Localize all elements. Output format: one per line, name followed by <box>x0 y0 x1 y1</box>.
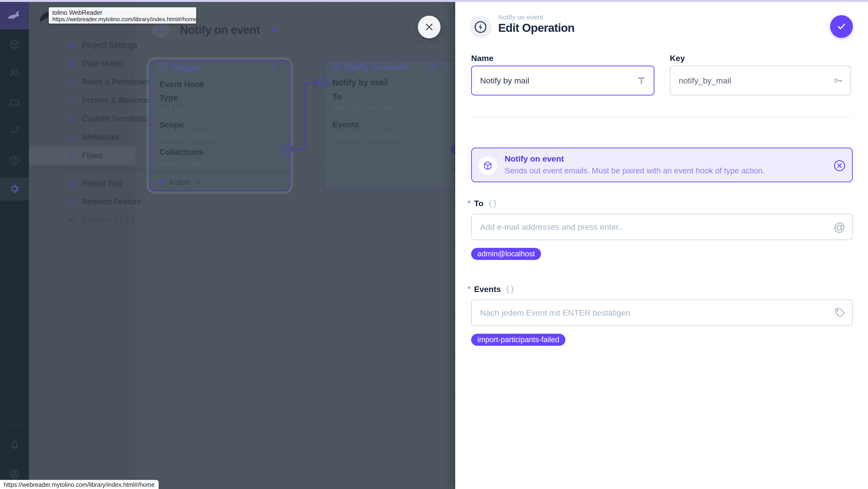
sidebar-item-label: Presets & Bookmar... <box>82 96 157 105</box>
sidebar-item-flows[interactable]: Flows <box>29 146 135 165</box>
trigger-status-toggle[interactable]: Active <box>158 176 202 188</box>
panel-divider <box>150 172 289 172</box>
trigger-panel[interactable]: Trigger Event Hook Type action Scope ite… <box>149 60 290 191</box>
sidebar-item-label: Directus 10.6.1 <box>82 215 135 224</box>
flow-active-dot <box>271 27 276 32</box>
field-label: Type <box>159 91 178 103</box>
close-icon <box>424 22 435 33</box>
bolt-icon <box>67 151 77 160</box>
browser-status-bar: https://webreader.mytolino.com/library/i… <box>0 480 159 489</box>
rabbit-icon <box>67 215 77 225</box>
field-value: action <box>159 103 187 115</box>
banner-cube-icon <box>478 156 497 175</box>
sidebar-item-custom-translations[interactable]: Custom Translations <box>29 110 135 128</box>
field-value: event_logs <box>159 157 206 170</box>
key-input[interactable] <box>671 66 850 95</box>
to-chip[interactable]: admin@localhost <box>471 248 541 260</box>
interpolation-icon[interactable]: {} <box>505 284 515 294</box>
anchor-icon <box>67 132 77 142</box>
required-dot <box>468 201 471 203</box>
events-field-wrapper <box>471 300 853 326</box>
sidebar-item-presets-bookmarks[interactable]: Presets & Bookmar... <box>29 91 135 110</box>
settings-nav-panel: Project Settings Data Model Roles & Perm… <box>29 0 135 489</box>
field-value: items.create <box>159 130 215 142</box>
field-label: Events <box>332 118 359 130</box>
bolt-circle-icon <box>157 62 168 73</box>
sidebar-item-data-model[interactable]: Data Model <box>29 54 135 72</box>
operation-menu-dots-icon[interactable] <box>441 61 452 72</box>
notifications-bell-icon[interactable] <box>9 439 20 451</box>
sidebar-item-webhooks[interactable]: Webhooks <box>29 128 135 146</box>
shield-person-icon <box>67 77 77 87</box>
banner-description: Sends out event emails. Must be paired w… <box>505 166 765 175</box>
drawer-context-label: Notify on event <box>498 13 543 21</box>
events-label-row: Events {} <box>468 284 515 294</box>
sidebar-item-label: Flows <box>82 151 103 160</box>
arrow-left-icon <box>156 24 166 35</box>
help-module-icon[interactable] <box>9 155 20 166</box>
module-bar <box>0 0 29 489</box>
sidebar-item-project-settings[interactable]: Project Settings <box>29 36 135 54</box>
field-label: Collections <box>159 146 204 158</box>
edit-operation-drawer: Notify on event Edit Operation Name Key … <box>455 0 868 489</box>
sidebar-item-version: Directus 10.6.1 <box>29 211 135 229</box>
operation-panel[interactable]: Notify on event Notify by mail To admin@… <box>323 60 470 190</box>
to-label-row: To {} <box>468 199 497 208</box>
name-input[interactable] <box>472 66 654 95</box>
content-module-icon[interactable] <box>9 39 20 50</box>
sidebar-item-label: Data Model <box>82 59 123 68</box>
title-T-icon <box>636 75 647 86</box>
bug-icon <box>67 178 77 188</box>
operation-type-banner: Notify on event Sends out event emails. … <box>471 148 853 182</box>
drawer-close-button[interactable] <box>418 16 440 38</box>
insights-module-icon[interactable] <box>9 126 20 137</box>
sidebar-item-label: Roles & Permissions <box>82 78 155 87</box>
field-value: admin@localhost <box>332 101 402 114</box>
trigger-panel-header: Trigger <box>157 61 201 73</box>
field-value: admin@localhost <box>332 130 402 142</box>
chevron-down-icon <box>193 178 202 187</box>
trigger-type-label: Event Hook <box>159 78 205 90</box>
bookmark-icon <box>67 95 77 105</box>
sidebar-item-roles-permissions[interactable]: Roles & Permissions <box>29 73 135 91</box>
tooltip-url: https://webreader.mytolino.com/library/i… <box>52 16 193 23</box>
files-module-icon[interactable] <box>9 96 20 108</box>
sidebar-item-label: Custom Translations <box>82 114 155 123</box>
save-button[interactable] <box>830 15 853 38</box>
events-input[interactable] <box>472 300 852 325</box>
events-chip[interactable]: import-participants-failed <box>471 334 565 346</box>
settings-module-icon[interactable] <box>9 183 20 194</box>
account-avatar-icon[interactable] <box>9 468 20 480</box>
key-icon <box>833 75 844 86</box>
interpolation-icon[interactable]: {} <box>488 199 497 208</box>
users-module-icon[interactable] <box>9 67 20 78</box>
edit-trigger-pencil-icon[interactable] <box>269 62 279 72</box>
field-label: To <box>332 90 342 102</box>
directus-logo-button[interactable] <box>0 0 29 29</box>
sidebar-item-label: Webhooks <box>82 132 119 142</box>
to-input[interactable] <box>472 214 852 239</box>
sidebar-item-request-feature[interactable]: Request Feature <box>29 192 135 211</box>
cube-icon <box>331 62 341 72</box>
translate-icon <box>67 114 77 123</box>
key-field-wrapper <box>670 66 851 95</box>
module-bar-divider <box>4 424 25 425</box>
globe-icon <box>67 40 77 50</box>
feature-badge-icon <box>67 197 77 206</box>
status-url: https://webreader.mytolino.com/library/i… <box>4 481 155 488</box>
list-icon <box>67 59 77 68</box>
banner-title: Notify on event <box>505 154 564 163</box>
bolt-circle-icon <box>473 20 488 34</box>
banner-clear-icon[interactable] <box>833 159 846 173</box>
sidebar-item-report-bug[interactable]: Report Bug <box>29 174 135 192</box>
sidebar-item-label: Project Settings <box>82 40 138 50</box>
check-icon <box>836 21 847 32</box>
operation-panel-header: Notify on event <box>331 61 407 73</box>
operation-name: Notify by mail <box>332 77 388 89</box>
rabbit-logo-icon <box>7 9 22 21</box>
edit-operation-pencil-icon[interactable] <box>428 61 439 72</box>
tag-icon <box>834 307 845 318</box>
nav-divider <box>63 169 159 169</box>
name-field-wrapper <box>471 66 654 95</box>
drawer-header-icon <box>469 16 492 38</box>
